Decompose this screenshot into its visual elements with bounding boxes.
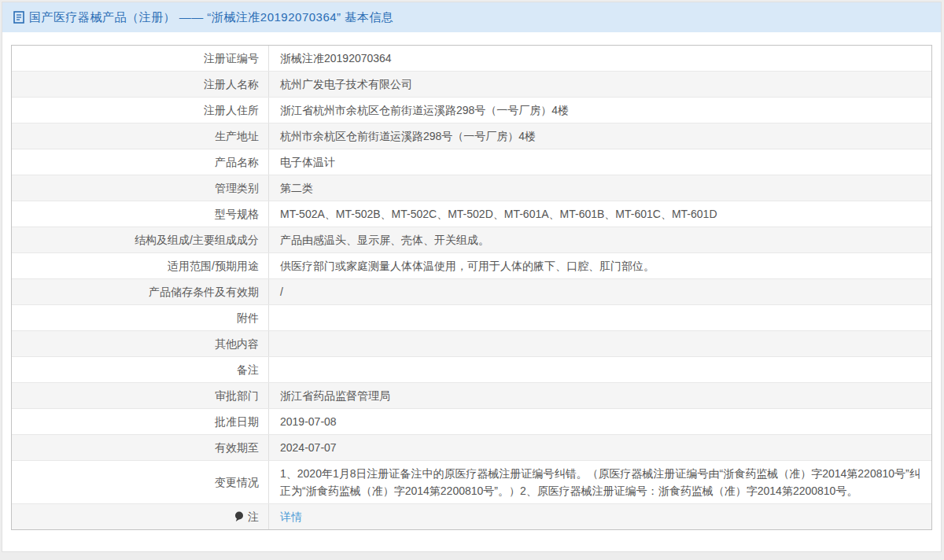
table-row: 产品名称 电子体温计 <box>12 149 931 175</box>
row-value <box>269 357 931 382</box>
row-label: 注册人名称 <box>12 72 269 97</box>
row-label: 有效期至 <box>12 435 269 460</box>
table-row: 生产地址 杭州市余杭区仓前街道运溪路298号（一号厂房）4楼 <box>12 123 931 149</box>
row-value-text: 杭州市余杭区仓前街道运溪路298号（一号厂房）4楼 <box>280 127 920 145</box>
table-row: 附件 <box>12 305 931 331</box>
row-label: 备注 <box>12 357 269 382</box>
details-link[interactable]: 详情 <box>280 508 302 525</box>
row-value-text: 产品由感温头、显示屏、壳体、开关组成。 <box>280 231 920 249</box>
row-value: 浙江省药品监督管理局 <box>269 383 931 408</box>
table-row: 注册证编号 浙械注准20192070364 <box>12 46 931 72</box>
info-table: 注册证编号 浙械注准20192070364 注册人名称 杭州广发电子技术有限公司… <box>11 45 932 530</box>
table-row: 管理类别 第二类 <box>12 175 931 201</box>
row-label: 型号规格 <box>12 201 269 227</box>
row-label: 注册证编号 <box>12 46 269 71</box>
row-value <box>269 305 931 330</box>
row-value-text: MT-502A、MT-502B、MT-502C、MT-502D、MT-601A、… <box>280 205 920 223</box>
row-value: 浙械注准20192070364 <box>269 46 931 71</box>
row-value: 2019-07-08 <box>269 409 931 434</box>
row-label: 审批部门 <box>12 383 269 408</box>
table-row: 有效期至 2024-07-07 <box>12 435 931 461</box>
table-row: 结构及组成/主要组成成分 产品由感温头、显示屏、壳体、开关组成。 <box>12 227 931 253</box>
row-value-text: / <box>280 283 920 300</box>
row-value: 杭州市余杭区仓前街道运溪路298号（一号厂房）4楼 <box>269 123 931 149</box>
table-row: 适用范围/预期用途 供医疗部门或家庭测量人体体温使用，可用于人体的腋下、口腔、肛… <box>12 253 931 279</box>
row-label: 变更情况 <box>12 461 269 503</box>
row-value: 电子体温计 <box>269 149 931 175</box>
row-label: 产品名称 <box>12 149 269 175</box>
row-value-text: 电子体温计 <box>280 153 920 171</box>
table-row: 注册人住所 浙江省杭州市余杭区仓前街道运溪路298号（一号厂房）4楼 <box>12 98 931 123</box>
row-label-text: 注 <box>248 508 259 525</box>
row-value-text: 2024-07-07 <box>280 439 920 456</box>
table-row: 产品储存条件及有效期 / <box>12 279 931 305</box>
row-value-text: 第二类 <box>280 179 920 197</box>
row-value: MT-502A、MT-502B、MT-502C、MT-502D、MT-601A、… <box>269 201 931 227</box>
row-label: 产品储存条件及有效期 <box>12 279 269 304</box>
row-value: / <box>269 279 931 304</box>
row-value-text: 浙江省杭州市余杭区仓前街道运溪路298号（一号厂房）4楼 <box>280 101 920 119</box>
balloon-note-icon <box>234 511 244 522</box>
table-row: 批准日期 2019-07-08 <box>12 409 931 435</box>
table-row: 其他内容 <box>12 331 931 357</box>
row-label: 注 <box>12 504 269 529</box>
row-label: 适用范围/预期用途 <box>12 253 269 278</box>
table-row: 注册人名称 杭州广发电子技术有限公司 <box>12 72 931 98</box>
row-label: 注册人住所 <box>12 98 269 123</box>
row-value: 详情 <box>269 504 931 529</box>
row-value-text: 1、2020年1月8日注册证备注中的原医疗器械注册证编号纠错。（原医疗器械注册证… <box>280 465 920 499</box>
row-value <box>269 331 931 356</box>
page-title: 国产医疗器械产品（注册） —— “浙械注准20192070364” 基本信息 <box>29 10 393 25</box>
row-value-text: 浙江省药品监督管理局 <box>280 387 920 404</box>
document-icon <box>13 11 24 24</box>
row-value-text: 杭州广发电子技术有限公司 <box>280 76 920 93</box>
table-row-note: 注 详情 <box>12 504 931 529</box>
row-value: 产品由感温头、显示屏、壳体、开关组成。 <box>269 227 931 252</box>
row-label: 生产地址 <box>12 123 269 149</box>
row-value: 供医疗部门或家庭测量人体体温使用，可用于人体的腋下、口腔、肛门部位。 <box>269 253 931 278</box>
row-label: 管理类别 <box>12 175 269 201</box>
row-label: 结构及组成/主要组成成分 <box>12 227 269 252</box>
row-value-text: 供医疗部门或家庭测量人体体温使用，可用于人体的腋下、口腔、肛门部位。 <box>280 257 920 274</box>
table-row: 型号规格 MT-502A、MT-502B、MT-502C、MT-502D、MT-… <box>12 201 931 227</box>
table-row: 备注 <box>12 357 931 383</box>
row-value: 2024-07-07 <box>269 435 931 460</box>
row-value: 杭州广发电子技术有限公司 <box>269 72 931 97</box>
row-value: 第二类 <box>269 175 931 201</box>
row-label: 其他内容 <box>12 331 269 356</box>
row-value-text: 浙械注准20192070364 <box>280 50 920 67</box>
table-row: 变更情况 1、2020年1月8日注册证备注中的原医疗器械注册证编号纠错。（原医疗… <box>12 461 931 504</box>
page-header: 国产医疗器械产品（注册） —— “浙械注准20192070364” 基本信息 <box>2 2 941 32</box>
row-label: 附件 <box>12 305 269 330</box>
table-row: 审批部门 浙江省药品监督管理局 <box>12 383 931 409</box>
row-value: 1、2020年1月8日注册证备注中的原医疗器械注册证编号纠错。（原医疗器械注册证… <box>269 461 931 503</box>
row-label: 批准日期 <box>12 409 269 434</box>
page-container: 国产医疗器械产品（注册） —— “浙械注准20192070364” 基本信息 注… <box>2 2 942 552</box>
row-value-text: 2019-07-08 <box>280 413 920 430</box>
row-value: 浙江省杭州市余杭区仓前街道运溪路298号（一号厂房）4楼 <box>269 98 931 123</box>
